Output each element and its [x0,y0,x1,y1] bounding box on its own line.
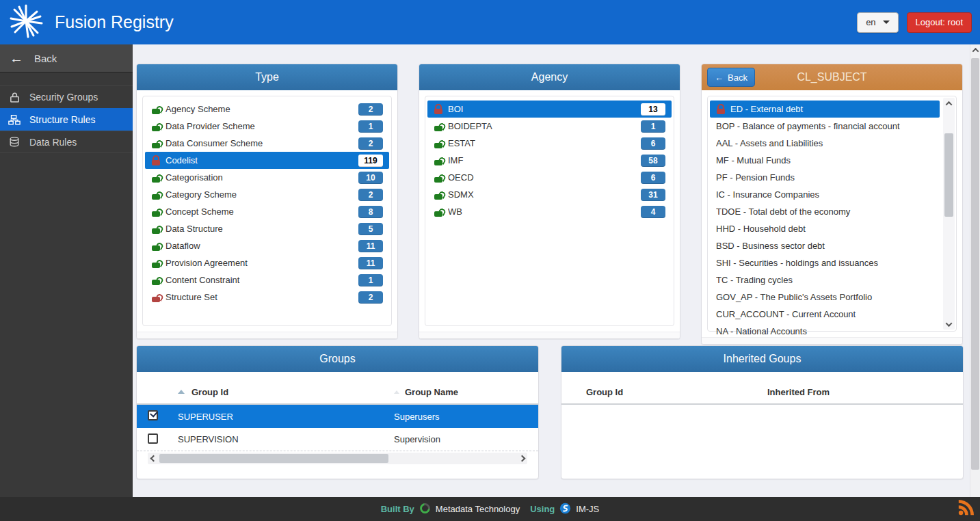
scrollbar-thumb[interactable] [971,58,979,470]
type-item[interactable]: Data Consumer Scheme2 [145,135,389,152]
locked-icon [716,104,726,115]
column-header-group-id[interactable]: Group Id [586,387,767,397]
column-header-group-id[interactable]: Group Id [191,387,228,397]
agency-item[interactable]: WB4 [427,203,672,220]
groups-panel-title: Groups [319,353,355,365]
type-item[interactable]: Content Constraint1 [145,271,389,289]
agency-item-selected[interactable]: BOI13 [427,101,672,118]
code-item-label: TC - Trading cycles [716,275,933,285]
company-name[interactable]: Metadata Technology [436,504,520,514]
app-title: Fusion Registry [55,12,174,32]
language-select[interactable]: en [857,12,898,33]
count-badge: 5 [358,223,383,235]
group-row-supervision[interactable]: SUPERVISION Supervision [137,428,538,451]
scroll-down-button[interactable] [943,319,955,330]
sidebar-item-security-groups[interactable]: Security Groups [0,85,133,108]
locked-icon [151,155,161,166]
logout-button[interactable]: Logout: root [907,12,972,33]
row-checkbox[interactable] [148,433,158,444]
code-list-scrollbar[interactable] [943,98,955,330]
agency-item[interactable]: OECD6 [427,169,672,186]
back-arrow-icon: ← [10,51,23,66]
code-item-label: TDOE - Total debt of the economy [716,206,933,217]
sidebar-back-button[interactable]: ← Back [0,44,133,73]
agency-item-label: BOIDEPTA [448,121,641,131]
type-item[interactable]: Provision Agreement11 [145,254,389,271]
sort-ascending-icon[interactable] [178,390,185,394]
type-item-label: Data Structure [165,224,358,234]
groups-horizontal-scrollbar[interactable] [148,453,527,464]
scroll-up-button[interactable] [943,98,955,109]
metadata-technology-logo-icon [419,503,431,516]
code-item[interactable]: AAL - Assets and Liabilities [710,135,940,152]
type-item-label: Structure Set [165,292,358,302]
unlocked-icon [151,241,161,252]
code-item[interactable]: TC - Trading cycles [710,271,940,289]
code-item-label: BOP - Balance of payments - financial ac… [716,121,933,131]
code-item[interactable]: IC - Insurance Companies [710,186,940,203]
unlocked-icon [151,104,161,115]
agency-item[interactable]: ESTAT6 [427,135,672,152]
inherited-table-header: Group Id Inherited From [561,380,963,405]
code-item-label: BSD - Business sector debt [716,241,933,251]
column-header-group-name[interactable]: Group Name [405,387,458,397]
count-badge: 58 [641,155,665,167]
codelist-back-button[interactable]: ← Back [707,68,755,87]
code-item[interactable]: NA - National Accounts [710,323,940,337]
code-item[interactable]: TDOE - Total debt of the economy [710,203,940,220]
unlocked-icon [151,224,161,235]
group-row-superuser[interactable]: SUPERUSER Superusers [137,405,538,428]
type-item-label: Data Provider Scheme [165,121,358,131]
type-item-selected[interactable]: Codelist119 [145,152,389,169]
code-item[interactable]: BSD - Business sector debt [710,237,940,254]
built-by-label: Built By [381,504,414,514]
scroll-up-button[interactable] [970,44,980,55]
code-item-label: GOV_AP - The Public's Assets Portfolio [716,292,933,302]
page-footer: Built By Metadata Technology Using IM-JS [0,497,980,521]
code-item[interactable]: HHD - Household debt [710,220,940,237]
column-header-inherited-from[interactable]: Inherited From [767,387,938,397]
scroll-left-button[interactable] [148,453,159,464]
code-item-selected[interactable]: ED - External debt [710,101,940,118]
type-item[interactable]: Dataflow11 [145,237,389,254]
code-item[interactable]: MF - Mutual Funds [710,152,940,169]
panel-footer-strip [137,332,397,338]
unlocked-icon [434,172,444,183]
sort-idle-icon[interactable] [394,390,399,394]
group-name-cell: Superusers [394,412,439,422]
library-name[interactable]: IM-JS [576,504,599,514]
type-item[interactable]: Data Structure5 [145,220,389,237]
scroll-right-button[interactable] [516,453,527,464]
type-item[interactable]: Data Provider Scheme1 [145,118,389,135]
count-badge: 2 [358,137,383,150]
type-item[interactable]: Concept Scheme8 [145,203,389,220]
sidebar: ← Back Security Groups Struc [0,44,133,497]
page-scrollbar[interactable] [970,44,980,497]
agency-item-label: WB [448,206,641,217]
chevron-down-icon [883,21,890,24]
count-badge: 1 [641,120,665,133]
row-checkbox-checked[interactable] [148,410,158,420]
code-item[interactable]: GOV_AP - The Public's Assets Portfolio [710,289,940,306]
agency-item[interactable]: IMF58 [427,152,672,169]
sidebar-item-structure-rules[interactable]: Structure Rules [0,108,133,131]
code-item[interactable]: SHI - Securities - holdings and issuance… [710,254,940,271]
count-badge: 4 [641,206,665,218]
type-item[interactable]: Category Scheme2 [145,186,389,203]
rss-icon[interactable] [957,498,976,519]
sidebar-item-data-rules[interactable]: Data Rules [0,131,133,153]
scrollbar-thumb[interactable] [159,454,388,463]
type-item[interactable]: Structure Set2 [145,289,389,306]
count-badge: 2 [358,291,383,304]
agency-item[interactable]: SDMX31 [427,186,672,203]
type-item[interactable]: Agency Scheme2 [145,101,389,118]
agency-item-label: BOI [448,104,641,114]
code-item[interactable]: CUR_ACCOUNT - Current Account [710,306,940,323]
agency-item[interactable]: BOIDEPTA1 [427,118,672,135]
scrollbar-thumb[interactable] [944,133,953,217]
type-item[interactable]: Categorisation10 [145,169,389,186]
code-item-label: CUR_ACCOUNT - Current Account [716,309,933,319]
code-item[interactable]: PF - Pension Funds [710,169,940,186]
language-value: en [866,17,875,27]
code-item[interactable]: BOP - Balance of payments - financial ac… [710,118,940,135]
